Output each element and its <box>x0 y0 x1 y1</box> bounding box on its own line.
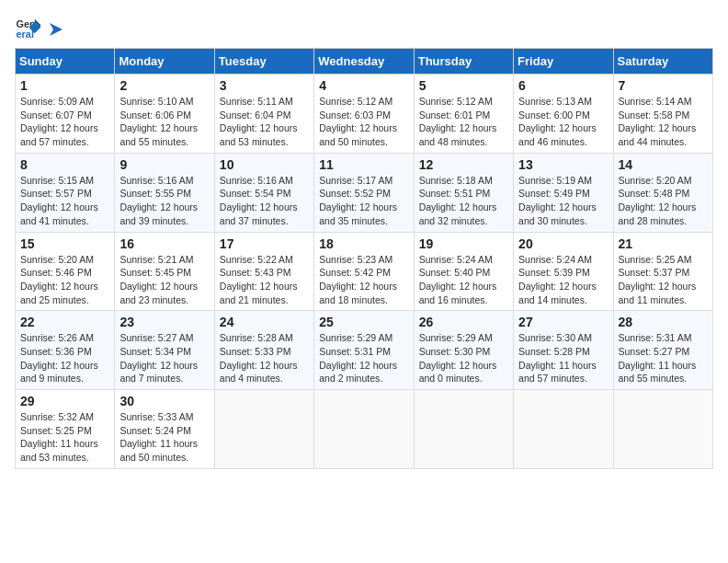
day-number: 27 <box>518 315 608 329</box>
day-number: 15 <box>20 236 109 251</box>
day-number: 17 <box>220 236 309 251</box>
day-number: 18 <box>319 236 408 251</box>
calendar-cell: 20Sunrise: 5:24 AM Sunset: 5:39 PM Dayli… <box>514 232 613 311</box>
calendar-cell: 10Sunrise: 5:16 AM Sunset: 5:54 PM Dayli… <box>214 153 313 232</box>
day-detail: Sunrise: 5:09 AM Sunset: 6:07 PM Dayligh… <box>20 95 109 149</box>
calendar-cell: 17Sunrise: 5:22 AM Sunset: 5:43 PM Dayli… <box>214 232 313 311</box>
calendar-cell: 2Sunrise: 5:10 AM Sunset: 6:06 PM Daylig… <box>115 75 214 154</box>
calendar-cell <box>613 390 712 469</box>
logo: Gen eral <box>15 15 66 40</box>
day-detail: Sunrise: 5:11 AM Sunset: 6:04 PM Dayligh… <box>220 95 309 149</box>
day-number: 13 <box>518 157 608 172</box>
day-detail: Sunrise: 5:12 AM Sunset: 6:01 PM Dayligh… <box>419 95 508 149</box>
calendar-cell: 18Sunrise: 5:23 AM Sunset: 5:42 PM Dayli… <box>314 232 414 311</box>
calendar-cell <box>314 390 414 469</box>
calendar-cell: 13Sunrise: 5:19 AM Sunset: 5:49 PM Dayli… <box>514 153 613 232</box>
day-number: 3 <box>220 78 309 93</box>
day-number: 8 <box>20 157 109 172</box>
calendar-cell: 7Sunrise: 5:14 AM Sunset: 5:58 PM Daylig… <box>613 75 712 154</box>
col-header-saturday: Saturday <box>613 49 712 75</box>
day-detail: Sunrise: 5:30 AM Sunset: 5:28 PM Dayligh… <box>518 331 608 385</box>
calendar-cell: 23Sunrise: 5:27 AM Sunset: 5:34 PM Dayli… <box>115 311 214 390</box>
day-number: 30 <box>119 394 209 408</box>
calendar-cell: 11Sunrise: 5:17 AM Sunset: 5:52 PM Dayli… <box>314 153 414 232</box>
calendar-cell: 1Sunrise: 5:09 AM Sunset: 6:07 PM Daylig… <box>16 75 115 154</box>
calendar-table: SundayMondayTuesdayWednesdayThursdayFrid… <box>15 48 713 469</box>
day-detail: Sunrise: 5:18 AM Sunset: 5:51 PM Dayligh… <box>419 174 508 228</box>
day-detail: Sunrise: 5:29 AM Sunset: 5:30 PM Dayligh… <box>419 331 508 385</box>
day-number: 1 <box>20 78 109 93</box>
day-detail: Sunrise: 5:20 AM Sunset: 5:48 PM Dayligh… <box>619 174 708 228</box>
calendar-cell: 12Sunrise: 5:18 AM Sunset: 5:51 PM Dayli… <box>414 153 513 232</box>
day-number: 22 <box>20 315 109 329</box>
day-detail: Sunrise: 5:12 AM Sunset: 6:03 PM Dayligh… <box>319 95 408 149</box>
calendar-cell: 22Sunrise: 5:26 AM Sunset: 5:36 PM Dayli… <box>16 311 115 390</box>
day-number: 7 <box>619 78 708 93</box>
calendar-cell: 19Sunrise: 5:24 AM Sunset: 5:40 PM Dayli… <box>414 232 513 311</box>
calendar-cell: 26Sunrise: 5:29 AM Sunset: 5:30 PM Dayli… <box>414 311 513 390</box>
day-detail: Sunrise: 5:14 AM Sunset: 5:58 PM Dayligh… <box>619 95 708 149</box>
day-detail: Sunrise: 5:26 AM Sunset: 5:36 PM Dayligh… <box>20 331 109 385</box>
day-detail: Sunrise: 5:21 AM Sunset: 5:45 PM Dayligh… <box>119 253 209 307</box>
logo-arrow <box>46 19 66 40</box>
day-detail: Sunrise: 5:15 AM Sunset: 5:57 PM Dayligh… <box>20 174 109 228</box>
day-detail: Sunrise: 5:13 AM Sunset: 6:00 PM Dayligh… <box>518 95 608 149</box>
day-detail: Sunrise: 5:32 AM Sunset: 5:25 PM Dayligh… <box>20 410 109 465</box>
day-detail: Sunrise: 5:17 AM Sunset: 5:52 PM Dayligh… <box>319 174 408 228</box>
col-header-wednesday: Wednesday <box>314 49 414 75</box>
col-header-friday: Friday <box>514 49 613 75</box>
calendar-cell: 21Sunrise: 5:25 AM Sunset: 5:37 PM Dayli… <box>613 232 712 311</box>
calendar-cell: 27Sunrise: 5:30 AM Sunset: 5:28 PM Dayli… <box>514 311 613 390</box>
day-detail: Sunrise: 5:31 AM Sunset: 5:27 PM Dayligh… <box>619 331 708 385</box>
day-number: 9 <box>119 157 209 172</box>
day-number: 16 <box>119 236 209 251</box>
calendar-cell: 4Sunrise: 5:12 AM Sunset: 6:03 PM Daylig… <box>314 75 414 154</box>
day-number: 2 <box>119 78 209 93</box>
calendar-cell: 15Sunrise: 5:20 AM Sunset: 5:46 PM Dayli… <box>16 232 115 311</box>
day-detail: Sunrise: 5:33 AM Sunset: 5:24 PM Dayligh… <box>119 410 209 465</box>
calendar-cell: 3Sunrise: 5:11 AM Sunset: 6:04 PM Daylig… <box>214 75 313 154</box>
calendar-cell <box>514 390 613 469</box>
day-number: 29 <box>20 394 109 408</box>
calendar-cell: 5Sunrise: 5:12 AM Sunset: 6:01 PM Daylig… <box>414 75 513 154</box>
day-number: 19 <box>419 236 508 251</box>
day-detail: Sunrise: 5:20 AM Sunset: 5:46 PM Dayligh… <box>20 253 109 307</box>
calendar-cell: 9Sunrise: 5:16 AM Sunset: 5:55 PM Daylig… <box>115 153 214 232</box>
calendar-cell: 16Sunrise: 5:21 AM Sunset: 5:45 PM Dayli… <box>115 232 214 311</box>
day-number: 12 <box>419 157 508 172</box>
day-number: 26 <box>419 315 508 329</box>
calendar-cell <box>214 390 313 469</box>
calendar-cell: 14Sunrise: 5:20 AM Sunset: 5:48 PM Dayli… <box>613 153 712 232</box>
day-number: 20 <box>518 236 608 251</box>
day-detail: Sunrise: 5:25 AM Sunset: 5:37 PM Dayligh… <box>619 253 708 307</box>
day-number: 5 <box>419 78 508 93</box>
day-detail: Sunrise: 5:27 AM Sunset: 5:34 PM Dayligh… <box>119 331 209 385</box>
day-number: 28 <box>619 315 708 329</box>
col-header-tuesday: Tuesday <box>214 49 313 75</box>
day-detail: Sunrise: 5:10 AM Sunset: 6:06 PM Dayligh… <box>119 95 209 149</box>
logo-icon: Gen eral <box>15 15 40 40</box>
day-number: 14 <box>619 157 708 172</box>
day-detail: Sunrise: 5:22 AM Sunset: 5:43 PM Dayligh… <box>220 253 309 307</box>
col-header-monday: Monday <box>115 49 214 75</box>
col-header-sunday: Sunday <box>16 49 115 75</box>
day-detail: Sunrise: 5:28 AM Sunset: 5:33 PM Dayligh… <box>220 331 309 385</box>
calendar-cell: 30Sunrise: 5:33 AM Sunset: 5:24 PM Dayli… <box>115 390 214 469</box>
day-number: 24 <box>220 315 309 329</box>
day-number: 25 <box>319 315 408 329</box>
day-number: 4 <box>319 78 408 93</box>
day-number: 6 <box>518 78 608 93</box>
day-detail: Sunrise: 5:23 AM Sunset: 5:42 PM Dayligh… <box>319 253 408 307</box>
header: Gen eral <box>15 15 713 40</box>
day-number: 10 <box>220 157 309 172</box>
day-detail: Sunrise: 5:19 AM Sunset: 5:49 PM Dayligh… <box>518 174 608 228</box>
calendar-cell: 6Sunrise: 5:13 AM Sunset: 6:00 PM Daylig… <box>514 75 613 154</box>
calendar-cell: 8Sunrise: 5:15 AM Sunset: 5:57 PM Daylig… <box>16 153 115 232</box>
calendar-cell: 28Sunrise: 5:31 AM Sunset: 5:27 PM Dayli… <box>613 311 712 390</box>
day-detail: Sunrise: 5:16 AM Sunset: 5:55 PM Dayligh… <box>119 174 209 228</box>
col-header-thursday: Thursday <box>414 49 513 75</box>
calendar-cell: 24Sunrise: 5:28 AM Sunset: 5:33 PM Dayli… <box>214 311 313 390</box>
day-detail: Sunrise: 5:24 AM Sunset: 5:39 PM Dayligh… <box>518 253 608 307</box>
svg-marker-4 <box>50 23 63 36</box>
calendar-cell: 29Sunrise: 5:32 AM Sunset: 5:25 PM Dayli… <box>16 390 115 469</box>
